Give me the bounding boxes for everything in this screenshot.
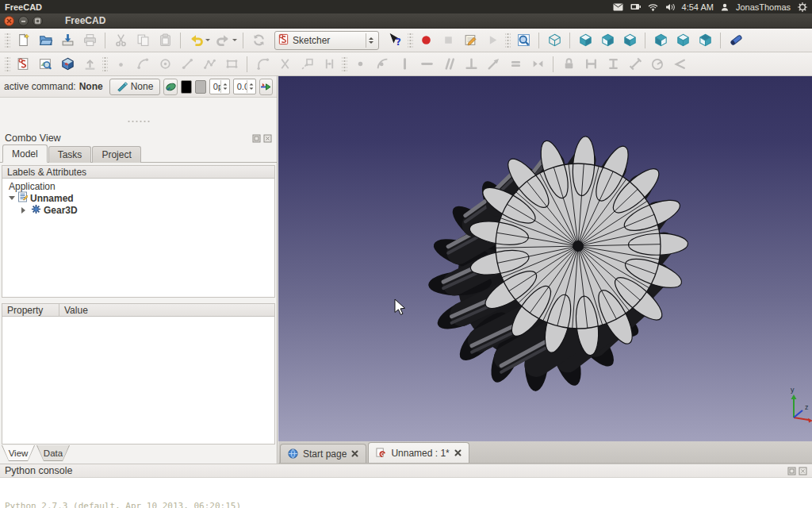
power-gear-icon[interactable] (798, 2, 807, 12)
volume-icon[interactable] (665, 3, 675, 11)
map-sketch-button[interactable] (57, 54, 78, 75)
tab-view[interactable]: View (2, 445, 35, 461)
open-folder-button[interactable] (35, 30, 56, 51)
window-maximize-button[interactable] (33, 16, 43, 26)
undo-dropdown[interactable] (205, 37, 210, 44)
distance-x-icon (584, 57, 598, 71)
toolbar-drag-handle[interactable] (505, 32, 511, 49)
tree-item-application[interactable]: Application (2, 180, 274, 192)
console-line: Python 2.7.3 (default, Apr 10 2013, 06:2… (5, 501, 812, 508)
line-width-spinbox[interactable]: 0px (209, 79, 230, 94)
external-geometry-icon (301, 57, 314, 71)
window-close-button[interactable] (4, 16, 14, 26)
tray-command-button[interactable]: None (109, 79, 161, 95)
property-column-header[interactable]: Property (2, 304, 59, 316)
value-column-header[interactable]: Value (59, 304, 274, 316)
property-table-body[interactable] (2, 317, 275, 444)
python-console-close-icon[interactable] (799, 467, 807, 475)
toolbar-drag-handle[interactable] (5, 56, 10, 73)
cube-rear-button[interactable] (650, 30, 671, 51)
tree-item-gear3d[interactable]: Gear3D (2, 204, 274, 216)
gear3d-model[interactable]: yxz (278, 76, 812, 441)
new-document-icon (17, 33, 30, 47)
dock-splitter[interactable] (0, 298, 277, 303)
refresh-icon (252, 33, 266, 47)
cube-bottom-icon (676, 33, 690, 47)
close-icon[interactable] (351, 450, 358, 457)
equal-icon (509, 57, 523, 71)
construction-mode-toggle[interactable] (163, 79, 177, 95)
measure-icon (730, 33, 743, 47)
combo-view-tabbar: Model Tasks Project (0, 145, 277, 163)
toolbar-drag-handle[interactable] (5, 32, 10, 49)
battery-icon[interactable] (630, 3, 641, 10)
text-size-spinbox[interactable]: 0.00 (233, 79, 256, 94)
save-icon (61, 33, 75, 47)
cube-left-button[interactable] (695, 30, 715, 51)
distance-button (625, 54, 645, 75)
whatsthis-button[interactable]: ? (385, 30, 405, 51)
distance-x-button (580, 54, 601, 75)
tab-tasks[interactable]: Tasks (48, 146, 92, 163)
tab-model[interactable]: Model (2, 144, 48, 163)
mail-icon[interactable] (613, 3, 623, 11)
toolbar-drag-handle[interactable] (408, 32, 413, 49)
close-icon[interactable] (454, 449, 462, 456)
collapse-arrow-icon[interactable] (21, 207, 29, 214)
tab-data[interactable]: Data (36, 445, 70, 461)
tab-start-page[interactable]: Start page (280, 444, 366, 463)
toolbar-separator (247, 56, 247, 72)
workbench-selector[interactable]: Sketcher (274, 31, 379, 50)
trim-button (274, 54, 295, 75)
cube-bottom-button[interactable] (672, 30, 693, 51)
python-console-float-icon[interactable] (787, 467, 796, 475)
new-sketch-button[interactable] (13, 54, 33, 75)
tree-item-document[interactable]: Unnamed (2, 192, 274, 204)
face-color-swatch[interactable] (195, 80, 206, 94)
whatsthis-icon: ? (389, 33, 402, 47)
line-color-swatch[interactable] (181, 80, 192, 94)
globe-icon (288, 448, 298, 459)
freecad-doc-icon (376, 448, 386, 458)
cube-right-button[interactable] (619, 30, 640, 51)
3d-viewport[interactable]: yxz (278, 76, 812, 441)
window-minimize-button[interactable] (18, 16, 29, 26)
workbench-selector-arrows[interactable] (366, 33, 376, 48)
new-document-button[interactable] (13, 30, 33, 51)
tab-project[interactable]: Project (92, 146, 140, 163)
rectangle-button (221, 54, 242, 75)
fit-all-button[interactable] (513, 30, 534, 51)
view-sketch-button[interactable] (35, 54, 56, 75)
axo-cube-button[interactable] (544, 30, 565, 51)
toolbar-drag-handle[interactable] (342, 56, 347, 73)
python-console-panel: Python console Python 2.7.3 (default, Ap… (0, 464, 812, 508)
new-sketch-icon (17, 57, 30, 71)
expand-arrow-icon[interactable] (9, 196, 15, 203)
document-icon (17, 191, 28, 205)
user-icon[interactable] (721, 3, 729, 11)
combo-view-float-icon[interactable] (252, 134, 261, 143)
tab-unnamed-document[interactable]: Unnamed : 1* (368, 442, 469, 463)
clock[interactable]: 4:54 AM (682, 2, 714, 12)
play-icon (486, 33, 500, 47)
measure-button[interactable] (726, 30, 746, 51)
apply-style-button[interactable] (259, 79, 273, 95)
undo-button[interactable] (186, 30, 206, 51)
session-username[interactable]: JonasThomas (736, 2, 791, 12)
toolbar-drag-handle[interactable] (102, 56, 108, 73)
wifi-icon[interactable] (648, 3, 658, 11)
fillet-button (252, 54, 273, 75)
polyline-icon (203, 57, 216, 71)
python-console-output[interactable]: Python 2.7.3 (default, Apr 10 2013, 06:2… (0, 478, 812, 508)
circle-button (155, 54, 175, 75)
save-button[interactable] (57, 30, 78, 51)
macro-edit-button[interactable] (460, 30, 481, 51)
record-button[interactable] (416, 30, 436, 51)
copy-button (132, 30, 153, 51)
tangent-icon (487, 57, 500, 71)
cube-front-button[interactable] (575, 30, 596, 51)
combo-view-close-icon[interactable] (263, 134, 272, 143)
cube-top-button[interactable] (597, 30, 618, 51)
svg-text:z: z (805, 403, 809, 411)
toolbar-separator (720, 33, 721, 48)
